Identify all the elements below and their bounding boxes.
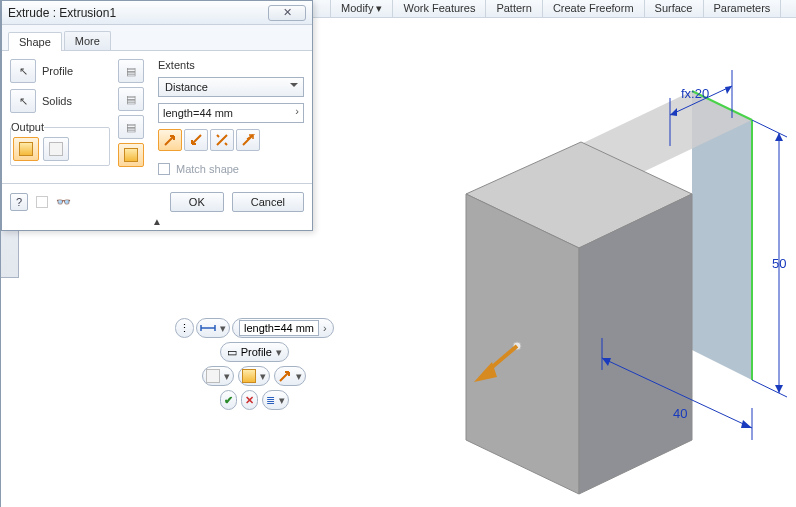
- arrow-icon: [241, 133, 255, 147]
- extents-label: Extents: [158, 59, 304, 71]
- output-label: Output: [11, 121, 44, 133]
- bool-intersect-button[interactable]: [118, 115, 144, 139]
- chevron-right-icon[interactable]: ›: [323, 322, 327, 334]
- dimension-50-text: 50: [772, 256, 786, 271]
- x-icon: ✕: [245, 394, 254, 407]
- cancel-button[interactable]: Cancel: [232, 192, 304, 212]
- select-profile-button[interactable]: [10, 59, 36, 83]
- preview-icon: [56, 195, 71, 209]
- arrow-icon: [163, 133, 177, 147]
- output-surface-button[interactable]: [43, 137, 69, 161]
- match-shape-label: Match shape: [176, 163, 239, 175]
- hud-ok-button[interactable]: ✔: [220, 390, 237, 410]
- hud-grip[interactable]: ⋮: [175, 318, 194, 338]
- svg-line-5: [752, 120, 787, 137]
- profile-icon: ▭: [227, 346, 237, 359]
- menu-parameters[interactable]: Parameters: [704, 0, 782, 17]
- hud-length-input[interactable]: length=44 mm: [239, 320, 319, 336]
- menu-surface[interactable]: Surface: [645, 0, 704, 17]
- cursor-icon: [19, 65, 28, 78]
- match-shape-checkbox[interactable]: [158, 163, 170, 175]
- close-icon[interactable]: ✕: [268, 5, 306, 21]
- svg-line-6: [752, 380, 787, 397]
- direction-asym-button[interactable]: [236, 129, 260, 151]
- hud-output-button[interactable]: ▾: [202, 366, 234, 386]
- hud-length-pill: length=44 mm ›: [232, 318, 334, 338]
- intersect-icon: [126, 121, 136, 134]
- chevron-down-icon: ▾: [260, 370, 266, 383]
- cursor-icon: [19, 95, 28, 108]
- tab-more[interactable]: More: [64, 31, 111, 50]
- menu-work-features[interactable]: Work Features: [393, 0, 486, 17]
- chevron-down-icon: ▾: [276, 346, 282, 359]
- output-group: Output: [10, 121, 110, 166]
- check-icon: ✔: [224, 394, 233, 407]
- direction-1-button[interactable]: [158, 129, 182, 151]
- dimension-40-text: 40: [673, 406, 687, 421]
- bool-newsolid-button[interactable]: [118, 143, 144, 167]
- chevron-down-icon: ▾: [296, 370, 302, 383]
- preview-checkbox[interactable]: [36, 196, 48, 208]
- dimension-fx20-text: fx:20: [681, 86, 709, 101]
- profile-label: Profile: [42, 65, 73, 77]
- ok-button[interactable]: OK: [170, 192, 224, 212]
- select-solids-button[interactable]: [10, 89, 36, 113]
- bool-join-button[interactable]: [118, 59, 144, 83]
- cut-icon: [126, 93, 136, 106]
- distance-input[interactable]: length=44 mm: [158, 103, 304, 123]
- dialog-tabs: Shape More: [2, 25, 312, 51]
- help-button[interactable]: ?: [10, 193, 28, 211]
- chevron-down-icon: ▾: [224, 370, 230, 383]
- bool-cut-button[interactable]: [118, 87, 144, 111]
- arrow-icon: [215, 133, 229, 147]
- svg-marker-14: [741, 420, 752, 428]
- dimension-50[interactable]: 50: [752, 120, 787, 397]
- dialog-footer: ? OK Cancel: [2, 183, 312, 220]
- menu-pattern[interactable]: Pattern: [486, 0, 542, 17]
- newsolid-icon: [124, 148, 138, 162]
- solids-label: Solids: [42, 95, 72, 107]
- solid-icon: [206, 369, 220, 383]
- newsolid-icon: [242, 369, 256, 383]
- hud-profile-button[interactable]: ▭ Profile ▾: [220, 342, 289, 362]
- join-icon: [126, 65, 136, 78]
- hud-options-button[interactable]: ≣▾: [262, 390, 289, 410]
- extents-mode-dropdown[interactable]: Distance: [158, 77, 304, 97]
- menu-modify[interactable]: Modify ▾: [330, 0, 393, 17]
- dialog-title: Extrude : Extrusion1: [8, 6, 268, 20]
- dialog-titlebar[interactable]: Extrude : Extrusion1 ✕: [2, 1, 312, 25]
- hud-direction-button[interactable]: ▾: [274, 366, 306, 386]
- mini-toolbar: ⋮ ▾ length=44 mm › ▭ Profile ▾ ▾ ▾ ▾ ✔ ✕…: [175, 318, 334, 410]
- hud-boolean-button[interactable]: ▾: [238, 366, 270, 386]
- menu-create-freeform[interactable]: Create Freeform: [543, 0, 645, 17]
- output-solid-button[interactable]: [13, 137, 39, 161]
- chevron-down-icon: ▾: [279, 394, 285, 407]
- direction-buttons: [158, 129, 304, 151]
- arrow-icon: [189, 133, 203, 147]
- tab-shape[interactable]: Shape: [8, 32, 62, 51]
- expand-dialog-arrow[interactable]: ▲: [2, 216, 312, 230]
- hud-profile-label: Profile: [241, 346, 272, 358]
- direction-2-button[interactable]: [184, 129, 208, 151]
- direction-sym-button[interactable]: [210, 129, 234, 151]
- list-icon: ≣: [266, 394, 275, 407]
- surface-icon: [49, 142, 63, 156]
- extrude-dialog: Extrude : Extrusion1 ✕ Shape More Profil…: [1, 0, 313, 231]
- hud-measure-button[interactable]: ▾: [196, 318, 230, 338]
- chevron-down-icon: ▾: [220, 322, 226, 335]
- svg-marker-4: [725, 86, 732, 94]
- solid-icon: [19, 142, 33, 156]
- model-viewport: fx:20 50 40: [371, 40, 791, 500]
- hud-cancel-button[interactable]: ✕: [241, 390, 258, 410]
